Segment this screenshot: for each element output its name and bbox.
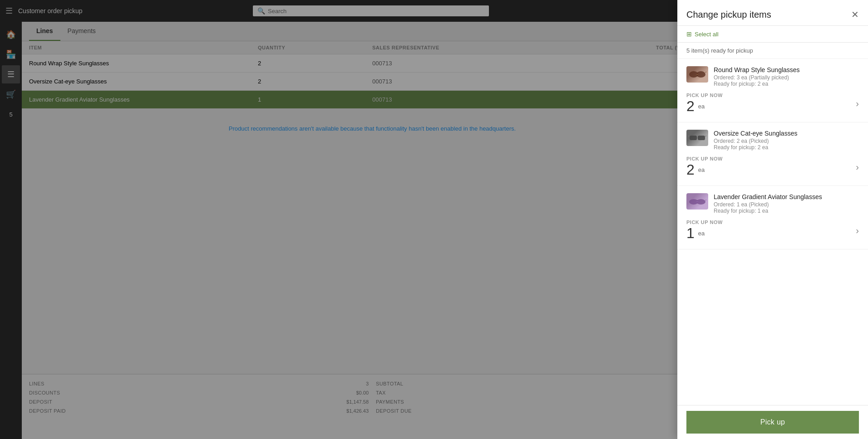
- svg-rect-5: [690, 136, 697, 140]
- product-ready-0: Ready for pickup: 2 ea: [714, 81, 859, 87]
- product-ready-2: Ready for pickup: 1 ea: [714, 208, 859, 214]
- product-ordered-0: Ordered: 3 ea (Partially picked): [714, 74, 859, 81]
- pickup-now-row-1: PICK UP NOW 2 ea ›: [686, 156, 859, 178]
- product-info-1: Oversize Cat-eye Sunglasses Ordered: 2 e…: [714, 130, 859, 151]
- pickup-item-0: Round Wrap Style Sunglasses Ordered: 3 e…: [677, 59, 868, 122]
- pickup-now-row-2: PICK UP NOW 1 ea ›: [686, 220, 859, 242]
- pickup-button[interactable]: Pick up: [686, 411, 859, 434]
- product-name-0: Round Wrap Style Sunglasses: [714, 66, 859, 73]
- qty-unit-2: ea: [698, 230, 705, 237]
- product-name-2: Lavender Gradient Aviator Sunglasses: [714, 193, 859, 200]
- qty-unit-0: ea: [698, 103, 705, 110]
- select-all-icon: ⊞: [686, 30, 692, 38]
- ready-for-pickup-text: 5 item(s) ready for pickup: [677, 43, 868, 59]
- qty-value-0: 2: [686, 98, 695, 115]
- product-info-2: Lavender Gradient Aviator Sunglasses Ord…: [714, 193, 859, 214]
- product-thumb-1: [686, 130, 708, 146]
- qty-value-2: 1: [686, 225, 695, 242]
- pickup-now-label-2: PICK UP NOW: [686, 220, 723, 225]
- chevron-btn-1[interactable]: ›: [856, 162, 859, 172]
- pickup-item-header-1: Oversize Cat-eye Sunglasses Ordered: 2 e…: [686, 130, 859, 151]
- pickup-now-label-0: PICK UP NOW: [686, 93, 723, 98]
- svg-line-7: [688, 136, 689, 137]
- qty-control-2: 1 ea: [686, 225, 723, 242]
- qty-value-1: 2: [686, 161, 695, 178]
- pickup-now-row-0: PICK UP NOW 2 ea ›: [686, 93, 859, 115]
- pickup-now-label-1: PICK UP NOW: [686, 156, 723, 161]
- product-ready-1: Ready for pickup: 2 ea: [714, 144, 859, 151]
- qty-control-1: 2 ea: [686, 161, 723, 178]
- product-ordered-2: Ordered: 1 ea (Picked): [714, 201, 859, 208]
- select-all-label: Select all: [695, 31, 719, 38]
- panel-close-btn[interactable]: ✕: [851, 9, 859, 20]
- svg-line-3: [705, 72, 706, 73]
- select-all-row[interactable]: ⊞ Select all: [677, 26, 868, 43]
- product-ordered-1: Ordered: 2 ea (Picked): [714, 138, 859, 144]
- svg-line-8: [705, 136, 706, 137]
- product-name-1: Oversize Cat-eye Sunglasses: [714, 130, 859, 137]
- panel-footer: Pick up: [677, 405, 868, 439]
- chevron-btn-2[interactable]: ›: [856, 225, 859, 236]
- panel-header: Change pickup items ✕: [677, 0, 868, 26]
- svg-rect-6: [698, 136, 705, 140]
- svg-line-12: [688, 200, 689, 200]
- pickup-item-header-2: Lavender Gradient Aviator Sunglasses Ord…: [686, 193, 859, 214]
- product-info-0: Round Wrap Style Sunglasses Ordered: 3 e…: [714, 66, 859, 87]
- qty-control-0: 2 ea: [686, 98, 723, 115]
- svg-line-13: [705, 200, 706, 200]
- pickup-items-list: Round Wrap Style Sunglasses Ordered: 3 e…: [677, 59, 868, 405]
- svg-line-2: [688, 72, 689, 73]
- change-pickup-panel: Change pickup items ✕ ⊞ Select all 5 ite…: [677, 0, 868, 439]
- qty-unit-1: ea: [698, 166, 705, 173]
- pickup-item-header-0: Round Wrap Style Sunglasses Ordered: 3 e…: [686, 66, 859, 87]
- product-thumb-0: [686, 66, 708, 83]
- panel-title: Change pickup items: [686, 10, 771, 20]
- pickup-item-2: Lavender Gradient Aviator Sunglasses Ord…: [677, 186, 868, 249]
- product-thumb-2: [686, 193, 708, 210]
- pickup-item-1: Oversize Cat-eye Sunglasses Ordered: 2 e…: [677, 122, 868, 186]
- chevron-btn-0[interactable]: ›: [856, 98, 859, 109]
